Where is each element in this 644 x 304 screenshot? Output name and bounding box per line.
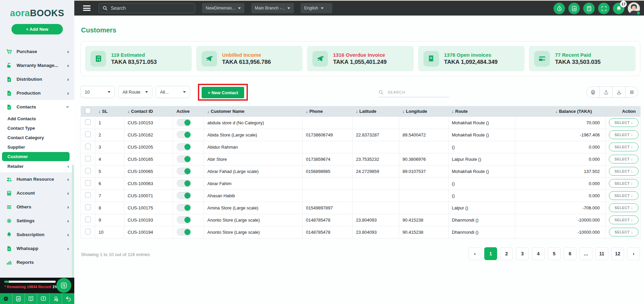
row-checkbox[interactable]: [85, 168, 91, 174]
topbar-bell-white-icon[interactable]: 17: [613, 3, 624, 14]
active-toggle[interactable]: [177, 168, 191, 175]
active-toggle[interactable]: [177, 143, 191, 151]
table-search[interactable]: [378, 87, 449, 97]
active-toggle[interactable]: [177, 216, 191, 224]
row-checkbox[interactable]: [85, 144, 91, 149]
row-checkbox[interactable]: [85, 131, 91, 137]
pagination-page-6[interactable]: 6: [564, 247, 576, 260]
select-action-button[interactable]: SELECT↓: [609, 167, 639, 176]
active-toggle[interactable]: [177, 204, 191, 211]
active-toggle[interactable]: [177, 180, 191, 187]
quickbar-chart-box-icon[interactable]: [12, 293, 25, 304]
submenu-item-add-contacts[interactable]: Add Contacts: [0, 114, 74, 123]
company-dropdown[interactable]: NewDimensio...: [202, 3, 244, 13]
quickbar-help-icon[interactable]: [37, 293, 49, 304]
pagination-page-5[interactable]: 5: [548, 247, 561, 260]
pagination-next[interactable]: ›: [627, 247, 640, 260]
quickbar-book-icon[interactable]: [25, 293, 37, 304]
tool-printer-icon[interactable]: [587, 87, 599, 97]
column-header-action[interactable]: Action: [606, 106, 641, 117]
pagination-page-2[interactable]: 2: [500, 247, 513, 260]
pagination-page-11[interactable]: 11: [595, 247, 608, 260]
pagination-page-3[interactable]: 3: [516, 247, 529, 260]
quickbar-gear-icon[interactable]: [0, 293, 12, 304]
sidebar-item-production[interactable]: Production›: [0, 86, 74, 100]
pagination-page-4[interactable]: 4: [532, 247, 545, 260]
column-header-active[interactable]: Active: [173, 106, 204, 117]
column-header-sl[interactable]: ↓SL: [95, 106, 124, 117]
global-search-input[interactable]: [111, 5, 185, 11]
select-action-button[interactable]: SELECT↓: [609, 143, 639, 151]
select-all-checkbox[interactable]: [85, 108, 91, 113]
column-header-balance-taka[interactable]: ↓Balance (TAKA): [515, 106, 606, 117]
submenu-item-retailer[interactable]: Retailer›: [0, 161, 74, 171]
topbar-chart-box-icon[interactable]: [568, 3, 580, 14]
select-action-button[interactable]: SELECT↓: [609, 216, 639, 224]
sidebar-item-purchase[interactable]: Purchase›: [0, 45, 74, 58]
row-checkbox[interactable]: [85, 229, 91, 234]
sliders-icon[interactable]: [56, 278, 71, 293]
column-header-latitude[interactable]: ↓Latitude: [353, 106, 399, 117]
global-search[interactable]: [99, 3, 195, 13]
active-toggle[interactable]: [177, 155, 191, 163]
category-filter-select[interactable]: All...: [156, 86, 190, 98]
page-size-select[interactable]: 10: [80, 86, 115, 98]
menu-icon[interactable]: [83, 4, 91, 12]
table-search-input[interactable]: [388, 90, 442, 94]
sidebar-item-account[interactable]: Account›: [0, 186, 74, 200]
sidebar-item-subscription[interactable]: Subscription›: [0, 228, 74, 242]
tool-download-icon[interactable]: [612, 87, 625, 97]
tool-upload-icon[interactable]: [599, 87, 612, 97]
topbar-calc-white-icon[interactable]: [583, 3, 595, 14]
select-action-button[interactable]: SELECT↓: [609, 203, 639, 212]
route-filter-select[interactable]: All Route: [118, 86, 152, 98]
column-header-customer-name[interactable]: ↓Customer Name: [204, 106, 303, 117]
branch-dropdown[interactable]: Main Branch -...: [251, 3, 294, 13]
active-toggle[interactable]: [177, 131, 191, 138]
submenu-item-customer[interactable]: Customer: [2, 152, 70, 161]
row-checkbox[interactable]: [85, 204, 91, 210]
quickbar-support-icon[interactable]: [49, 293, 62, 304]
submenu-item-contact-category[interactable]: Contact Category: [0, 133, 74, 142]
new-contact-button[interactable]: + New Contact: [202, 87, 244, 98]
sidebar-item-settings[interactable]: Settings›: [0, 214, 74, 228]
select-action-button[interactable]: SELECT↓: [609, 191, 639, 200]
user-avatar[interactable]: [628, 2, 640, 15]
pagination-prev[interactable]: ‹: [468, 247, 481, 260]
row-checkbox[interactable]: [85, 156, 91, 161]
active-toggle[interactable]: [177, 228, 191, 236]
row-checkbox[interactable]: [85, 217, 91, 222]
select-action-button[interactable]: SELECT↓: [609, 179, 639, 188]
active-toggle[interactable]: [177, 192, 191, 199]
column-header-route[interactable]: ↓Route: [448, 106, 515, 117]
sidebar-item-reports[interactable]: Reports: [0, 255, 74, 269]
active-toggle[interactable]: [177, 119, 191, 126]
sidebar-item-whatsapp[interactable]: Whatsapp›: [0, 242, 74, 255]
add-new-button[interactable]: + Add New: [11, 24, 63, 34]
topbar-scan-icon[interactable]: [598, 3, 610, 14]
pagination-page-1[interactable]: 1: [484, 247, 497, 260]
column-header-contact-id[interactable]: ↓Contact ID: [124, 106, 173, 117]
select-action-button[interactable]: SELECT↓: [609, 118, 639, 127]
submenu-item-supplier[interactable]: Supplier: [0, 142, 74, 152]
topbar-timer-icon[interactable]: [553, 3, 565, 14]
select-action-button[interactable]: SELECT↓: [609, 155, 639, 163]
sidebar-item-warranty-manage[interactable]: Warranty Manage...›: [0, 58, 74, 72]
row-checkbox[interactable]: [85, 180, 91, 186]
pagination-page-12[interactable]: 12: [611, 247, 624, 260]
sidebar-item-human-resource[interactable]: Human Resource›: [0, 172, 74, 186]
sidebar-item-others[interactable]: Others›: [0, 200, 74, 214]
tool-columns-icon[interactable]: [625, 87, 638, 97]
quickbar-undo-icon[interactable]: [62, 293, 74, 304]
sidebar-item-distribution[interactable]: Distribution›: [0, 72, 74, 86]
column-header-longitude[interactable]: ↓Longitude: [399, 106, 448, 117]
sidebar-item-contacts[interactable]: Contacts›: [0, 100, 74, 114]
language-dropdown[interactable]: English: [301, 3, 332, 13]
row-checkbox[interactable]: [85, 192, 91, 198]
pagination-ellipsis[interactable]: …: [579, 247, 592, 260]
select-action-button[interactable]: SELECT↓: [609, 228, 639, 236]
select-action-button[interactable]: SELECT↓: [609, 130, 639, 139]
submenu-item-contact-type[interactable]: Contact Type: [0, 123, 74, 133]
row-checkbox[interactable]: [85, 119, 91, 125]
column-header-phone[interactable]: ↓Phone: [303, 106, 353, 117]
